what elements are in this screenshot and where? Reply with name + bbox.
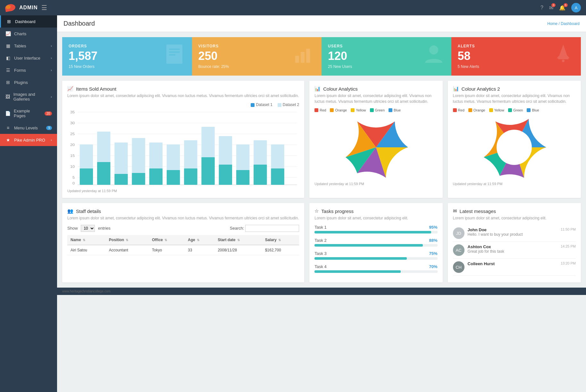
legend-green: Green [370,108,385,112]
content-body: ORDERS 1,587 15 New Orders [57,32,586,288]
orders-icon [163,43,186,70]
menu-toggle-icon[interactable]: ☰ [41,4,47,12]
svg-rect-42 [167,170,180,185]
forms-arrow-icon: › [51,68,52,72]
search-control: Search: [230,225,299,232]
col-startdate: Start date ⇅ [214,235,262,245]
visitors-icon [293,43,315,70]
stat-cards: ORDERS 1,587 15 New Orders [62,37,581,76]
task-2: Task 2 88% [314,238,437,247]
svg-rect-38 [97,162,110,185]
entries-select[interactable]: 10 25 50 [81,225,95,232]
sort-office-icon[interactable]: ⇅ [164,238,167,242]
sidebar-item-examples[interactable]: 📄 Example Pages 20 [0,105,57,122]
svg-text:5: 5 [72,176,75,179]
task-1-bar [314,231,437,233]
sidebar-item-charts[interactable]: 📈 Charts [0,28,57,40]
task-2-pct: 88% [429,238,438,243]
svg-text:Jul: Jul [188,186,193,186]
colour-analytics2-title: 📊 Colour Analytics 2 [453,86,576,92]
colour-analytics-card: 📊 Colour Analytics Lorem ipsum dolor sit… [309,81,442,198]
svg-text:May: May [152,186,160,186]
chart-icon: 📈 [67,86,73,92]
table-controls: Show 10 25 50 entries Search: [67,225,299,232]
sort-position-icon[interactable]: ⇅ [126,238,128,242]
svg-text:15: 15 [70,154,75,157]
colour-analytics2-desc: Lorem ipsum dolor sit amet, consectetur … [453,93,576,104]
sidebar-item-pike-pro[interactable]: ★ Pike Admin PRO › [0,134,57,146]
latest-messages-card: ✉ Latest messages Lorem ipsum dolor sit … [448,203,581,282]
sidebar-label-menu-levels: Menu Levels [14,126,38,130]
alerts-info: ALERTS 58 5 New Alerts [458,44,479,69]
donut-chart-wrap [453,115,576,179]
images-icon: 🖼 [5,94,10,99]
svg-text:Apr: Apr [135,186,142,186]
stat-card-users: USERS 120 25 New Users [322,37,451,76]
sidebar-item-images[interactable]: 🖼 Images and Galleries › [0,88,57,105]
col-salary: Salary ⇅ [262,235,299,245]
watermark: www.heritagechristiancollege.com [57,288,586,295]
notification-icon[interactable]: 🔔 5 [559,5,565,11]
ui-arrow-icon: › [51,56,52,60]
mail-icon[interactable]: ✉ 3 [549,5,553,11]
msg-body-3: Colleen Hurst [468,261,557,273]
sidebar: ⊞ Dashboard 📈 Charts ▦ Tables › ◧ User I… [0,15,57,392]
msg-name-1: John Doe [468,227,557,232]
pike-pro-arrow-icon: › [51,138,52,142]
alerts-label: ALERTS [458,44,479,48]
task-4: Task 4 70% [314,264,437,273]
svg-text:Sep: Sep [222,186,229,186]
msg-text-2: Great job for this task [468,249,557,254]
sort-startdate-icon[interactable]: ⇅ [237,238,240,242]
user-avatar[interactable]: A [571,3,581,12]
page-title: Dashboard [63,20,95,27]
task-3-bar [314,257,437,260]
topnav-right: ? ✉ 3 🔔 5 A [540,3,581,12]
legend2-red: Red [453,108,465,112]
sort-name-icon[interactable]: ⇅ [83,238,85,242]
sidebar-item-menu-levels[interactable]: ≡ Menu Levels 9 [0,122,57,134]
sidebar-item-dashboard[interactable]: ⊞ Dashboard [0,15,57,28]
sidebar-item-forms[interactable]: ☰ Forms › [0,64,57,76]
sidebar-label-charts: Charts [14,31,26,36]
msg-body-2: Ashton Cox Great job for this task [468,244,557,256]
task-4-bar [314,270,437,273]
sidebar-item-ui[interactable]: ◧ User Interface › [0,52,57,64]
sidebar-label-plugins: Plugins [14,80,28,85]
alerts-value: 58 [458,50,479,62]
examples-badge: 20 [45,111,52,116]
images-arrow-icon: › [51,95,52,99]
sidebar-item-plugins[interactable]: ⊞ Plugins [0,76,57,88]
svg-text:Aug: Aug [205,186,212,186]
sort-age-icon[interactable]: ⇅ [197,238,199,242]
orders-label: ORDERS [69,44,97,48]
alerts-icon [552,43,574,70]
messages-title: ✉ Latest messages [453,208,576,214]
users-label: USERS [328,44,352,48]
message-3: CH Colleen Hurst 13:20 PM [453,259,576,276]
svg-text:10: 10 [70,165,75,168]
cell-startdate: 2008/11/28 [214,245,262,255]
cell-office: Tokyo [149,245,185,255]
table-search-input[interactable] [245,225,299,232]
msg-name-2: Ashton Cox [468,244,557,249]
svg-rect-46 [236,170,249,185]
forms-icon: ☰ [5,68,11,73]
bottom-row: 👥 Staff details Lorem ipsum dolor sit am… [62,203,581,282]
svg-text:Mar: Mar [118,186,125,186]
svg-point-7 [429,45,438,54]
menu-levels-icon: ≡ [5,125,11,130]
sidebar-item-tables[interactable]: ▦ Tables › [0,40,57,52]
svg-rect-44 [201,157,214,185]
svg-rect-6 [306,49,310,63]
main-content: Dashboard Home / Dashboard ORDERS 1,587 … [57,15,586,392]
sidebar-label-examples: Example Pages [14,109,41,118]
task-4-pct: 70% [429,264,438,269]
bar-icon: 📊 [314,86,321,92]
msg-body-1: John Doe Hello. I want to buy your produ… [468,227,557,239]
sort-salary-icon[interactable]: ⇅ [278,238,281,242]
breadcrumb: Home / Dashboard [547,21,580,26]
items-sold-desc: Lorem ipsum dolor sit amet, consectetur … [67,93,299,99]
help-icon[interactable]: ? [540,5,543,11]
stat-card-orders: ORDERS 1,587 15 New Orders [62,37,192,76]
